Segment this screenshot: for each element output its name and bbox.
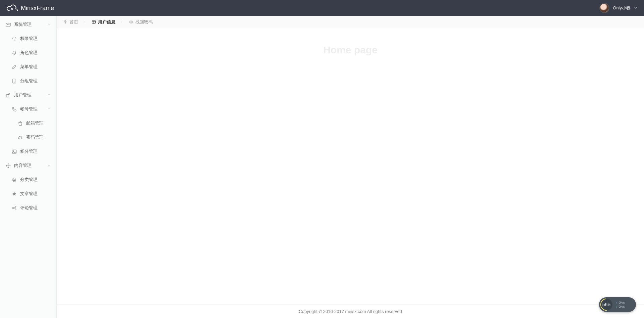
star-icon: [11, 191, 17, 196]
avatar: [599, 3, 609, 13]
chevron-down-icon: [634, 6, 637, 10]
sidebar-item-label: 菜单管理: [20, 64, 51, 70]
copyright: Copyright © 2016-2017 minsx.com All righ…: [299, 309, 402, 314]
caret-up-icon: [47, 93, 51, 97]
sidebar-item-sidebar-groups-2-children-1[interactable]: 文章管理: [0, 187, 56, 201]
bell-icon: [11, 50, 17, 55]
tabbar: 首页〉用户信息〉找回密码: [57, 16, 644, 28]
loading-icon: [11, 36, 17, 41]
header: MinsxFrame Only小春: [0, 0, 644, 16]
sidebar-item-label: 邮箱管理: [26, 120, 51, 126]
tab-label: 找回密码: [135, 19, 153, 25]
upload-rate: 0K/s: [619, 301, 625, 304]
sidebar-item-label: 角色管理: [20, 50, 51, 56]
sidebar-item-sidebar-groups-1-children-0-children-0[interactable]: 邮箱管理: [0, 116, 56, 130]
pin-icon: [63, 20, 67, 25]
sidebar-item-label: 文章管理: [20, 191, 51, 197]
sidebar-item-label: 积分管理: [20, 148, 51, 154]
arrow-down-icon: ↓: [616, 305, 617, 308]
sidebar-item-label: 分类管理: [20, 177, 51, 183]
page-title: Home page: [323, 44, 378, 56]
sidebar-item-label: 密码管理: [26, 134, 51, 140]
sidebar-item-sidebar-groups-0[interactable]: 系统管理: [0, 17, 56, 32]
tab-label: 用户信息: [98, 19, 115, 25]
cpu-percent: 56%: [600, 299, 612, 311]
move-icon: [5, 163, 11, 168]
sidebar-item-sidebar-groups-1-children-0[interactable]: 帐号管理: [0, 102, 56, 116]
sidebar-item-label: 系统管理: [14, 21, 47, 28]
sidebar-item-sidebar-groups-0-children-2[interactable]: 菜单管理: [0, 60, 56, 74]
sidebar-item-label: 内容管理: [14, 163, 47, 169]
pencil-icon: [11, 64, 17, 70]
tab-1[interactable]: 用户信息: [88, 16, 119, 28]
headset-icon: [17, 135, 23, 140]
sidebar-item-sidebar-groups-0-children-0[interactable]: 权限管理: [0, 32, 56, 46]
sidebar-item-label: 用户管理: [14, 92, 47, 98]
sidebar: 系统管理权限管理角色管理菜单管理分组管理用户管理帐号管理邮箱管理密码管理积分管理…: [0, 16, 56, 318]
sidebar-item-sidebar-groups-0-children-3[interactable]: 分组管理: [0, 74, 56, 88]
sidebar-item-sidebar-groups-1-children-1[interactable]: 积分管理: [0, 144, 56, 158]
logo[interactable]: MinsxFrame: [6, 4, 54, 12]
tablet-icon: [11, 78, 17, 84]
content-area: Home page: [57, 28, 644, 305]
brand-name: MinsxFrame: [21, 5, 54, 12]
bag-icon: [17, 121, 23, 126]
sidebar-item-label: 权限管理: [20, 36, 51, 42]
sidebar-item-sidebar-groups-2-children-2[interactable]: 评论管理: [0, 201, 56, 215]
tab-separator: 〉: [83, 20, 87, 25]
user-name: Only小春: [613, 5, 631, 11]
network-rates: ↑0K/s ↓0K/s: [616, 301, 625, 308]
printer-icon: [11, 177, 17, 182]
layout-icon: [91, 20, 96, 25]
sidebar-item-label: 分组管理: [20, 78, 51, 84]
sidebar-item-sidebar-groups-2[interactable]: 内容管理: [0, 158, 56, 173]
tab-0[interactable]: 首页: [59, 16, 82, 28]
footer: Copyright © 2016-2017 minsx.com All righ…: [57, 305, 644, 318]
sidebar-item-label: 评论管理: [20, 205, 51, 211]
download-rate: 0K/s: [619, 305, 625, 308]
caret-up-icon: [47, 107, 51, 111]
main: 首页〉用户信息〉找回密码 Home page Copyright © 2016-…: [56, 16, 644, 318]
sidebar-item-sidebar-groups-1[interactable]: 用户管理: [0, 88, 56, 102]
tab-label: 首页: [69, 19, 78, 25]
tab-separator: 〉: [120, 20, 124, 25]
eye-icon: [129, 20, 133, 25]
cloud-icon: [6, 4, 19, 12]
sidebar-item-sidebar-groups-0-children-1[interactable]: 角色管理: [0, 46, 56, 60]
phone-icon: [11, 106, 17, 112]
user-menu[interactable]: Only小春: [599, 3, 637, 13]
share-icon: [11, 205, 17, 211]
network-widget[interactable]: 56% ↑0K/s ↓0K/s: [599, 297, 636, 312]
arrow-up-icon: ↑: [616, 301, 617, 304]
mail-icon: [5, 22, 11, 27]
export-icon: [5, 92, 11, 98]
caret-up-icon: [47, 23, 51, 26]
tab-2[interactable]: 找回密码: [125, 16, 156, 28]
image-icon: [11, 149, 17, 154]
caret-up-icon: [47, 164, 51, 167]
sidebar-item-sidebar-groups-2-children-0[interactable]: 分类管理: [0, 173, 56, 187]
sidebar-item-sidebar-groups-1-children-0-children-1[interactable]: 密码管理: [0, 130, 56, 144]
sidebar-item-label: 帐号管理: [20, 106, 47, 112]
